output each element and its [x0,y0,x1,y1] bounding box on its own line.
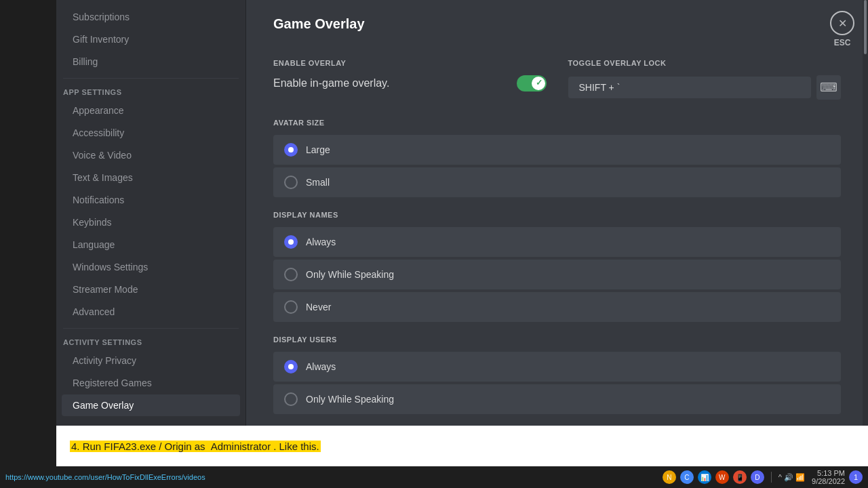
taskbar-icon-3[interactable]: 📊 [698,470,711,484]
toggle-row: Enable in-game overlay. ✓ [273,75,547,92]
sidebar-item-windows-settings[interactable]: Windows Settings [62,256,240,278]
avatar-size-section: AVATAR SIZE Large Small [273,119,841,197]
avatar-large-option[interactable]: Large [273,135,841,165]
esc-circle: ✕ [830,11,854,35]
sidebar-item-billing[interactable]: Billing [62,51,240,73]
step-text-before: 4. Run FIFA23.exe / Origin as [70,441,210,452]
enable-overlay-label: ENABLE OVERLAY [273,59,547,67]
toggle-lock-section: TOGGLE OVERLAY LOCK SHIFT + ` ⌨ [568,45,842,105]
sidebar: Subscriptions Gift Inventory Billing APP… [56,0,246,447]
keyboard-icon[interactable]: ⌨ [816,75,841,100]
sidebar-item-notifications[interactable]: Notifications [62,189,240,211]
display-names-never-radio [284,300,298,314]
display-names-always-radio [284,235,298,249]
sidebar-item-accessibility[interactable]: Accessibility [62,122,240,144]
taskbar-icon-2[interactable]: C [680,470,694,484]
sidebar-item-subscriptions[interactable]: Subscriptions [62,6,240,28]
display-users-speaking-radio [284,392,298,406]
taskbar-icons: N C 📊 W 📱 D ^ 🔊 📶 5:13 PM 9/28/2022 1 [663,469,863,485]
taskbar-icon-1[interactable]: N [663,470,676,484]
avatar-size-label: AVATAR SIZE [273,119,841,127]
display-users-always-radio [284,360,298,373]
avatar-large-label: Large [306,144,330,155]
toggle-text: Enable in-game overlay. [273,77,389,89]
sidebar-section-app-settings: APP SETTINGS [56,84,245,99]
sidebar-item-advanced[interactable]: Advanced [62,301,240,323]
taskbar-clock: 5:13 PM 9/28/2022 [812,469,845,485]
avatar-small-radio [284,176,298,189]
right-scrollbar[interactable] [863,0,868,447]
step-text-after: . Like this. [272,441,321,452]
display-users-label: DISPLAY USERS [273,336,841,344]
sidebar-item-appearance[interactable]: Appearance [62,100,240,121]
sidebar-divider-2 [63,328,239,329]
taskbar-system-icons: ^ 🔊 📶 [778,473,805,482]
enable-overlay-section: ENABLE OVERLAY Enable in-game overlay. ✓ [273,45,547,105]
sidebar-item-streamer-mode[interactable]: Streamer Mode [62,279,240,300]
taskbar-icon-4[interactable]: W [715,470,729,484]
taskbar: https://www.youtube.com/user/HowToFixDll… [0,466,868,488]
display-names-never-label: Never [306,302,331,312]
display-names-always-label: Always [306,237,336,247]
main-content: ✕ ESC Game Overlay ENABLE OVERLAY Enable… [246,0,868,447]
display-names-speaking-option[interactable]: Only While Speaking [273,260,841,289]
overlay-top-row: ENABLE OVERLAY Enable in-game overlay. ✓… [273,45,841,105]
taskbar-icon-discord[interactable]: D [751,470,764,484]
sidebar-item-registered-games[interactable]: Registered Games [62,372,240,394]
step-text: 4. Run FIFA23.exe / Origin as Administra… [70,441,321,452]
scrollbar-thumb [864,0,867,54]
sidebar-item-activity-privacy[interactable]: Activity Privacy [62,350,240,371]
step-highlight: Administrator [210,441,272,452]
sidebar-section-activity-settings: ACTIVITY SETTINGS [56,334,245,349]
display-users-always-label: Always [306,361,336,372]
display-users-always-option[interactable]: Always [273,352,841,382]
esc-label: ESC [834,38,851,47]
toggle-check: ✓ [536,78,542,87]
sidebar-item-keybinds[interactable]: Keybinds [62,211,240,233]
avatar-small-label: Small [306,177,330,188]
display-names-always-option[interactable]: Always [273,227,841,257]
sidebar-item-language[interactable]: Language [62,234,240,256]
esc-button[interactable]: ✕ ESC [830,11,854,47]
taskbar-divider [771,472,772,483]
display-names-speaking-radio [284,268,298,281]
notification-badge[interactable]: 1 [849,470,863,484]
taskbar-icon-5[interactable]: 📱 [733,470,747,484]
settings-window: Subscriptions Gift Inventory Billing APP… [56,0,868,447]
overlay-toggle[interactable]: ✓ [517,75,547,92]
left-strip [0,0,56,447]
display-users-section: DISPLAY USERS Always Only While Speaking [273,336,841,414]
display-names-never-option[interactable]: Never [273,292,841,322]
display-names-label: DISPLAY NAMES [273,211,841,219]
taskbar-date: 9/28/2022 [812,477,845,485]
sidebar-item-text-images[interactable]: Text & Images [62,167,240,188]
bottom-strip: 4. Run FIFA23.exe / Origin as Administra… [56,426,868,466]
display-users-speaking-option[interactable]: Only While Speaking [273,384,841,414]
sidebar-item-voice-video[interactable]: Voice & Video [62,144,240,166]
taskbar-time: 5:13 PM [812,469,845,477]
display-names-speaking-label: Only While Speaking [306,269,394,280]
display-names-section: DISPLAY NAMES Always Only While Speaking… [273,211,841,322]
sidebar-divider-1 [63,78,239,79]
taskbar-url: https://www.youtube.com/user/HowToFixDll… [5,473,660,481]
sidebar-item-gift-inventory[interactable]: Gift Inventory [62,28,240,50]
avatar-small-option[interactable]: Small [273,167,841,197]
page-title: Game Overlay [273,16,841,32]
avatar-large-radio [284,143,298,157]
shortcut-box: SHIFT + ` [568,77,812,98]
toggle-lock-label: TOGGLE OVERLAY LOCK [568,59,842,67]
shortcut-row: SHIFT + ` ⌨ [568,75,842,100]
display-users-speaking-label: Only While Speaking [306,394,394,405]
sidebar-item-game-overlay[interactable]: Game Overlay [62,394,240,416]
